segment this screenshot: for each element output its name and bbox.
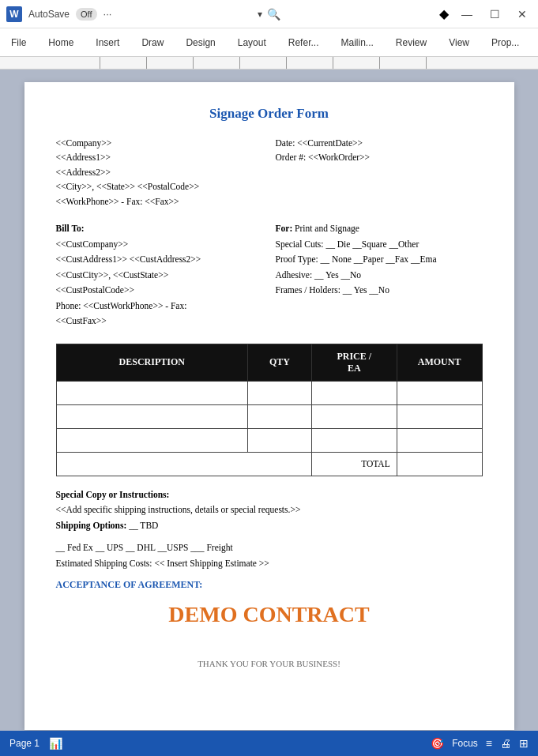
row1-desc (56, 381, 248, 404)
thank-you-text: THANK YOU FOR YOUR BUSINESS! (56, 659, 483, 668)
document-title: Signage Order Form (56, 106, 483, 122)
toggle-off-label: Off (81, 9, 92, 19)
date-label: Date: (276, 138, 295, 148)
total-label: TOTAL (311, 452, 397, 476)
close-button[interactable]: ✕ (513, 6, 532, 22)
status-left: Page 1 📊 (9, 737, 62, 750)
table-row (56, 404, 482, 428)
row1-price (311, 381, 397, 404)
tab-home[interactable]: Home (43, 34, 78, 51)
company-field: <<Company>> (56, 136, 263, 150)
title-bar: W AutoSave Off ··· ▾ 🔍 ◆ — ☐ ✕ (0, 0, 538, 28)
shipping-options-label: Shipping Options: __ TBD (56, 518, 483, 534)
cust-phone-fax: Phone: <<CustWorkPhone>> - Fax: (56, 299, 263, 314)
shipping-options-text: __ Fed Ex __ UPS __ DHL __USPS ___ Freig… (56, 543, 233, 552)
total-value (397, 452, 482, 476)
row1-amount (397, 381, 482, 404)
minimize-button[interactable]: — (457, 6, 477, 22)
ribbon: File Home Insert Draw Design Layout Refe… (0, 28, 538, 57)
cust-address: <<CustAddress1>> <<CustAddress2>> (56, 252, 263, 268)
row3-desc (56, 428, 248, 452)
row1-qty (248, 381, 312, 404)
cust-company: <<CustCompany>> (56, 237, 263, 253)
instructions-section: Special Copy or Instructions: <<Add spec… (56, 487, 483, 534)
tab-review[interactable]: Review (391, 34, 431, 51)
date-value: <<CurrentDate>> (297, 138, 363, 148)
tab-file[interactable]: File (6, 34, 31, 51)
tab-insert[interactable]: Insert (91, 34, 124, 51)
order-label: Order #: (276, 152, 307, 162)
print-icon[interactable]: 🖨 (500, 737, 511, 750)
word-icon: W (6, 6, 22, 22)
adhesive: Adhesive: __ Yes __No (276, 268, 483, 284)
shipping-options: __ Fed Ex __ UPS __ DHL __USPS ___ Freig… (56, 543, 483, 552)
row2-price (311, 404, 397, 428)
shipping-value: __ TBD (129, 521, 158, 530)
table-row (56, 381, 482, 404)
main-area: Signage Order Form <<Company>> <<Address… (0, 70, 538, 731)
focus-icon[interactable]: 🎯 (431, 737, 444, 750)
row3-qty (248, 428, 312, 452)
layout-icon[interactable]: ≡ (486, 737, 492, 750)
bill-to-label: Bill To: (56, 221, 263, 237)
row2-desc (56, 404, 248, 428)
autosave-toggle[interactable]: Off (76, 8, 96, 21)
autosave-label: AutoSave (28, 9, 70, 20)
billing-left: Bill To: <<CustCompany>> <<CustAddress1>… (56, 221, 263, 329)
tab-view[interactable]: View (444, 34, 474, 51)
title-bar-left: W AutoSave Off ··· (6, 6, 182, 22)
cust-city-state: <<CustCity>>, <<CustState>> (56, 268, 263, 284)
total-empty-left (56, 452, 311, 476)
row2-amount (397, 404, 482, 428)
tab-mailings[interactable]: Mailin... (336, 34, 378, 51)
status-bar: Page 1 📊 🎯 Focus ≡ 🖨 ⊞ (0, 731, 538, 756)
phone-fax-field: <<WorkPhone>> - Fax: <<Fax>> (56, 194, 263, 209)
tab-references[interactable]: Refer... (284, 34, 324, 51)
document-page: Signage Order Form <<Company>> <<Address… (24, 82, 514, 730)
row3-price (311, 428, 397, 452)
ruler-marks (100, 57, 438, 69)
billing-section: Bill To: <<CustCompany>> <<CustAddress1>… (56, 221, 483, 329)
estimate-text: Estimated Shipping Costs: << Insert Ship… (56, 559, 269, 568)
maximize-button[interactable]: ☐ (485, 6, 505, 22)
billing-right: For: Print and Signage Special Cuts: __ … (263, 221, 483, 329)
search-icon[interactable]: 🔍 (267, 8, 280, 21)
web-icon[interactable]: ⊞ (519, 737, 529, 750)
more-options[interactable]: ··· (103, 8, 112, 20)
word-letter: W (9, 9, 18, 20)
diamond-icon[interactable]: ◆ (439, 6, 449, 21)
status-right: 🎯 Focus ≡ 🖨 ⊞ (431, 737, 529, 750)
date-row: Date: <<CurrentDate>> (276, 136, 483, 150)
instructions-label: Special Copy or Instructions: (56, 487, 483, 503)
table-header-row: DESCRIPTION QTY PRICE /EA AMOUNT (56, 344, 482, 381)
header-left: <<Company>> <<Address1>> <<Address2>> <<… (56, 136, 263, 209)
proof-type: Proof Type: __ None __Paper __Fax __Ema (276, 252, 483, 268)
row3-amount (397, 428, 482, 452)
title-dropdown[interactable]: ▾ (258, 9, 262, 20)
estimate-section: Estimated Shipping Costs: << Insert Ship… (56, 559, 483, 568)
special-cuts: Special Cuts: __ Die __Square __Other (276, 237, 483, 253)
city-state-field: <<City>>, <<State>> <<PostalCode>> (56, 179, 263, 194)
cust-fax: <<CustFax>> (56, 314, 263, 329)
doc-stats-icon[interactable]: 📊 (49, 737, 62, 750)
tab-draw[interactable]: Draw (137, 34, 168, 51)
tab-layout[interactable]: Layout (233, 34, 271, 51)
address1-field: <<Address1>> (56, 150, 263, 164)
col-qty: QTY (248, 344, 312, 381)
instructions-text: <<Add specific shipping instructions, de… (56, 502, 483, 518)
shipping-label: Shipping Options: (56, 521, 127, 530)
ruler-inner (0, 57, 538, 69)
tab-properties[interactable]: Prop... (487, 34, 524, 51)
col-amount: AMOUNT (397, 344, 482, 381)
cust-postal: <<CustPostalCode>> (56, 283, 263, 299)
order-value: <<WorkOrder>> (308, 152, 370, 162)
header-right: Date: <<CurrentDate>> Order #: <<WorkOrd… (263, 136, 483, 209)
for-row: For: Print and Signage (276, 221, 483, 237)
title-bar-center: ▾ 🔍 (182, 8, 357, 21)
table-row (56, 428, 482, 452)
frames: Frames / Holders: __ Yes __No (276, 283, 483, 299)
address2-field: <<Address2>> (56, 165, 263, 179)
tab-design[interactable]: Design (181, 34, 220, 51)
demo-contract-label: DEMO CONTRACT (56, 602, 483, 627)
instructions-bold-label: Special Copy or Instructions: (56, 490, 170, 499)
